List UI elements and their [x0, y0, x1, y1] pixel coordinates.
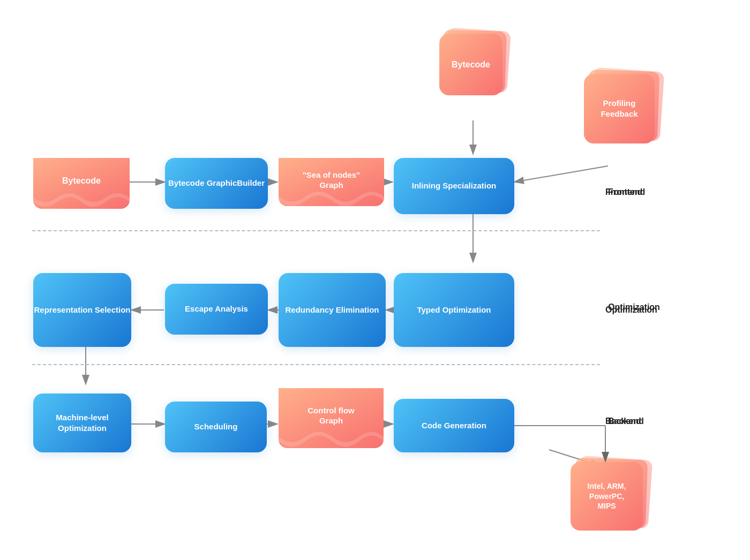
profiling-feedback-stacked: ProfilingFeedback — [584, 70, 662, 147]
redundancy-elimination-label: Redundancy Elimination — [285, 305, 379, 315]
sea-of-nodes-wrap: "Sea of nodes"Graph — [279, 158, 384, 220]
diagram-container: Frontend Optimization Backend Bytecode P… — [0, 0, 750, 560]
machine-level-optimization-box: Machine-level Optimization — [33, 393, 131, 452]
sea-of-nodes-label: "Sea of nodes"Graph — [279, 158, 384, 202]
bytecode-graphic-builder-box: Bytecode GraphicBuilder — [165, 158, 268, 209]
escape-analysis-box: Escape Analysis — [165, 284, 268, 335]
bytecode-top-stacked: Bytecode — [439, 29, 508, 98]
redundancy-elimination-box: Redundancy Elimination — [279, 273, 386, 347]
code-generation-box: Code Generation — [394, 399, 514, 452]
scheduling-label: Scheduling — [194, 421, 238, 432]
profiling-feedback-label: ProfilingFeedback — [584, 74, 655, 143]
control-flow-graph-label: Control flowGraph — [279, 388, 384, 443]
inlining-specialization-label: Inlining Specialization — [412, 180, 497, 191]
bytecode-graphic-builder-label: Bytecode GraphicBuilder — [168, 178, 265, 188]
divider-optimization-backend — [32, 364, 600, 365]
representation-selection-box: Representation Selection — [33, 273, 131, 347]
typed-optimization-label: Typed Optimization — [417, 305, 491, 315]
code-generation-label: Code Generation — [422, 420, 486, 431]
escape-analysis-label: Escape Analysis — [185, 304, 248, 314]
bytecode-top-label: Bytecode — [439, 34, 502, 95]
scheduling-box: Scheduling — [165, 402, 267, 452]
bytecode-left-label: Bytecode — [33, 158, 130, 203]
svg-line-6 — [514, 166, 608, 182]
machine-level-optimization-label: Machine-level Optimization — [33, 412, 131, 434]
control-flow-graph-wrap: Control flowGraph — [279, 388, 384, 463]
section-label-backend: Backend — [605, 417, 641, 426]
targets-label: Intel, ARM,PowerPC,MIPS — [571, 462, 643, 531]
section-label-optimization: Optimization — [605, 305, 657, 315]
representation-selection-label: Representation Selection — [34, 305, 130, 315]
bytecode-left-wrap: Bytecode — [33, 158, 130, 220]
section-label-frontend: Frontend — [605, 187, 642, 197]
inlining-specialization-box: Inlining Specialization — [394, 158, 514, 214]
targets-stacked: Intel, ARM,PowerPC,MIPS — [571, 458, 651, 533]
typed-optimization-box: Typed Optimization — [394, 273, 514, 347]
divider-frontend-optimization — [32, 230, 600, 231]
